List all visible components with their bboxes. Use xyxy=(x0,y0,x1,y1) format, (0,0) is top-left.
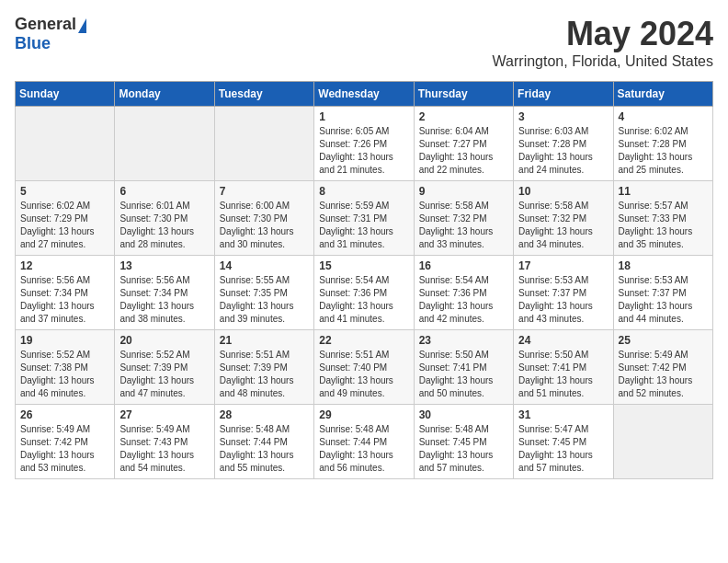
day-number: 26 xyxy=(20,408,109,421)
day-number: 10 xyxy=(518,185,608,198)
day-info: Sunrise: 5:56 AMSunset: 7:34 PMDaylight:… xyxy=(119,274,209,326)
day-number: 5 xyxy=(20,185,109,198)
day-info: Sunrise: 6:00 AMSunset: 7:30 PMDaylight:… xyxy=(220,200,309,251)
day-number: 4 xyxy=(619,110,708,123)
calendar-week-5: 26Sunrise: 5:49 AMSunset: 7:42 PMDayligh… xyxy=(16,405,713,479)
day-number: 22 xyxy=(319,334,408,347)
calendar-cell: 26Sunrise: 5:49 AMSunset: 7:42 PMDayligh… xyxy=(16,405,115,479)
calendar-cell: 18Sunrise: 5:53 AMSunset: 7:37 PMDayligh… xyxy=(613,256,712,330)
calendar-cell: 6Sunrise: 6:01 AMSunset: 7:30 PMDaylight… xyxy=(115,181,214,256)
day-info: Sunrise: 5:48 AMSunset: 7:44 PMDaylight:… xyxy=(220,423,309,475)
day-info: Sunrise: 5:52 AMSunset: 7:38 PMDaylight:… xyxy=(20,349,109,400)
day-info: Sunrise: 5:50 AMSunset: 7:41 PMDaylight:… xyxy=(419,349,508,400)
calendar-cell: 22Sunrise: 5:51 AMSunset: 7:40 PMDayligh… xyxy=(314,330,414,405)
day-info: Sunrise: 5:56 AMSunset: 7:34 PMDaylight:… xyxy=(20,274,109,326)
calendar-cell: 16Sunrise: 5:54 AMSunset: 7:36 PMDayligh… xyxy=(414,256,513,330)
day-info: Sunrise: 5:58 AMSunset: 7:32 PMDaylight:… xyxy=(419,200,508,251)
calendar-cell: 11Sunrise: 5:57 AMSunset: 7:33 PMDayligh… xyxy=(613,181,712,256)
month-title: May 2024 xyxy=(493,15,713,53)
day-number: 3 xyxy=(518,110,608,123)
calendar-week-2: 5Sunrise: 6:02 AMSunset: 7:29 PMDaylight… xyxy=(16,181,713,256)
calendar-cell: 30Sunrise: 5:48 AMSunset: 7:45 PMDayligh… xyxy=(414,405,513,479)
day-info: Sunrise: 5:55 AMSunset: 7:35 PMDaylight:… xyxy=(220,274,309,326)
day-number: 7 xyxy=(220,185,309,198)
calendar-cell xyxy=(115,107,214,181)
calendar-header-row: SundayMondayTuesdayWednesdayThursdayFrid… xyxy=(16,82,713,107)
day-number: 20 xyxy=(119,334,209,347)
calendar-cell: 15Sunrise: 5:54 AMSunset: 7:36 PMDayligh… xyxy=(314,256,414,330)
day-info: Sunrise: 5:48 AMSunset: 7:44 PMDaylight:… xyxy=(319,423,408,475)
header-wednesday: Wednesday xyxy=(314,82,414,107)
calendar-week-1: 1Sunrise: 6:05 AMSunset: 7:26 PMDaylight… xyxy=(16,107,713,181)
title-area: May 2024 Warrington, Florida, United Sta… xyxy=(493,15,713,70)
calendar-cell: 2Sunrise: 6:04 AMSunset: 7:27 PMDaylight… xyxy=(414,107,513,181)
day-number: 8 xyxy=(319,185,408,198)
day-info: Sunrise: 5:54 AMSunset: 7:36 PMDaylight:… xyxy=(419,274,508,326)
logo-triangle-icon xyxy=(78,18,86,33)
day-info: Sunrise: 6:02 AMSunset: 7:29 PMDaylight:… xyxy=(20,200,109,251)
header-tuesday: Tuesday xyxy=(214,82,313,107)
day-number: 15 xyxy=(319,259,408,272)
calendar-cell: 28Sunrise: 5:48 AMSunset: 7:44 PMDayligh… xyxy=(214,405,313,479)
calendar-cell: 13Sunrise: 5:56 AMSunset: 7:34 PMDayligh… xyxy=(115,256,214,330)
calendar-cell: 17Sunrise: 5:53 AMSunset: 7:37 PMDayligh… xyxy=(514,256,613,330)
day-number: 12 xyxy=(20,259,109,272)
day-number: 21 xyxy=(220,334,309,347)
day-number: 13 xyxy=(119,259,209,272)
calendar-cell: 9Sunrise: 5:58 AMSunset: 7:32 PMDaylight… xyxy=(414,181,513,256)
day-info: Sunrise: 5:54 AMSunset: 7:36 PMDaylight:… xyxy=(319,274,408,326)
calendar-cell: 21Sunrise: 5:51 AMSunset: 7:39 PMDayligh… xyxy=(214,330,313,405)
day-number: 29 xyxy=(319,408,408,421)
day-number: 28 xyxy=(220,408,309,421)
day-info: Sunrise: 5:58 AMSunset: 7:32 PMDaylight:… xyxy=(518,200,608,251)
day-number: 2 xyxy=(419,110,508,123)
day-info: Sunrise: 5:53 AMSunset: 7:37 PMDaylight:… xyxy=(619,274,708,326)
day-info: Sunrise: 6:05 AMSunset: 7:26 PMDaylight:… xyxy=(319,125,408,177)
day-number: 31 xyxy=(518,408,608,421)
header-sunday: Sunday xyxy=(16,82,115,107)
day-info: Sunrise: 6:01 AMSunset: 7:30 PMDaylight:… xyxy=(119,200,209,251)
day-info: Sunrise: 5:47 AMSunset: 7:45 PMDaylight:… xyxy=(518,423,608,475)
day-info: Sunrise: 5:59 AMSunset: 7:31 PMDaylight:… xyxy=(319,200,408,251)
logo-general-text: General xyxy=(15,15,76,34)
day-number: 27 xyxy=(119,408,209,421)
calendar-week-4: 19Sunrise: 5:52 AMSunset: 7:38 PMDayligh… xyxy=(16,330,713,405)
calendar-cell: 20Sunrise: 5:52 AMSunset: 7:39 PMDayligh… xyxy=(115,330,214,405)
header: General Blue May 2024 Warrington, Florid… xyxy=(15,15,713,70)
day-number: 17 xyxy=(518,259,608,272)
calendar-cell xyxy=(16,107,115,181)
calendar-cell: 19Sunrise: 5:52 AMSunset: 7:38 PMDayligh… xyxy=(16,330,115,405)
day-number: 24 xyxy=(518,334,608,347)
day-info: Sunrise: 5:50 AMSunset: 7:41 PMDaylight:… xyxy=(518,349,608,400)
calendar-cell: 1Sunrise: 6:05 AMSunset: 7:26 PMDaylight… xyxy=(314,107,414,181)
calendar-week-3: 12Sunrise: 5:56 AMSunset: 7:34 PMDayligh… xyxy=(16,256,713,330)
day-number: 23 xyxy=(419,334,508,347)
day-number: 11 xyxy=(619,185,708,198)
day-number: 25 xyxy=(619,334,708,347)
day-info: Sunrise: 6:03 AMSunset: 7:28 PMDaylight:… xyxy=(518,125,608,177)
calendar-cell: 10Sunrise: 5:58 AMSunset: 7:32 PMDayligh… xyxy=(514,181,613,256)
calendar-cell: 29Sunrise: 5:48 AMSunset: 7:44 PMDayligh… xyxy=(314,405,414,479)
logo: General Blue xyxy=(15,15,86,53)
calendar-cell: 12Sunrise: 5:56 AMSunset: 7:34 PMDayligh… xyxy=(16,256,115,330)
day-info: Sunrise: 5:52 AMSunset: 7:39 PMDaylight:… xyxy=(119,349,209,400)
calendar-cell: 3Sunrise: 6:03 AMSunset: 7:28 PMDaylight… xyxy=(514,107,613,181)
calendar-cell: 23Sunrise: 5:50 AMSunset: 7:41 PMDayligh… xyxy=(414,330,513,405)
day-info: Sunrise: 5:51 AMSunset: 7:39 PMDaylight:… xyxy=(220,349,309,400)
day-info: Sunrise: 6:04 AMSunset: 7:27 PMDaylight:… xyxy=(419,125,508,177)
header-friday: Friday xyxy=(514,82,613,107)
calendar-cell: 25Sunrise: 5:49 AMSunset: 7:42 PMDayligh… xyxy=(613,330,712,405)
day-number: 1 xyxy=(319,110,408,123)
calendar-cell: 4Sunrise: 6:02 AMSunset: 7:28 PMDaylight… xyxy=(613,107,712,181)
calendar-cell: 31Sunrise: 5:47 AMSunset: 7:45 PMDayligh… xyxy=(514,405,613,479)
location-title: Warrington, Florida, United States xyxy=(493,53,713,70)
day-info: Sunrise: 5:49 AMSunset: 7:42 PMDaylight:… xyxy=(20,423,109,475)
calendar-cell: 7Sunrise: 6:00 AMSunset: 7:30 PMDaylight… xyxy=(214,181,313,256)
day-number: 19 xyxy=(20,334,109,347)
header-monday: Monday xyxy=(115,82,214,107)
calendar-cell: 5Sunrise: 6:02 AMSunset: 7:29 PMDaylight… xyxy=(16,181,115,256)
header-thursday: Thursday xyxy=(414,82,513,107)
day-number: 18 xyxy=(619,259,708,272)
calendar-cell: 24Sunrise: 5:50 AMSunset: 7:41 PMDayligh… xyxy=(514,330,613,405)
day-info: Sunrise: 6:02 AMSunset: 7:28 PMDaylight:… xyxy=(619,125,708,177)
